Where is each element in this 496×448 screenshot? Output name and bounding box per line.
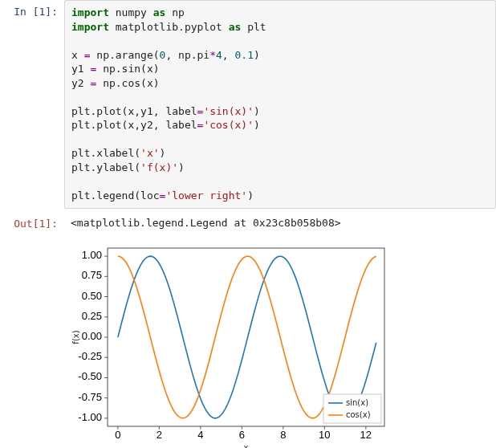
input-cell: In [1]: import numpy as np import matplo… bbox=[0, 0, 496, 209]
output-cell: Out[1]: <matplotlib.legend.Legend at 0x2… bbox=[0, 212, 496, 236]
legend-label: cos(x) bbox=[346, 410, 371, 419]
output-text: <matplotlib.legend.Legend at 0x23c8b058b… bbox=[64, 212, 496, 234]
y-tick-label: -1.00 bbox=[78, 411, 102, 423]
kw-import: import bbox=[71, 6, 109, 18]
x-tick-label: 12 bbox=[360, 429, 372, 441]
chart-wrap: 024681012-1.00-0.75-0.50-0.250.000.250.5… bbox=[64, 235, 496, 448]
x-tick-label: 2 bbox=[157, 429, 162, 441]
y-tick-label: 0.00 bbox=[82, 330, 102, 342]
out-prompt: Out[1]: bbox=[0, 212, 64, 236]
y-tick-label: 0.25 bbox=[82, 310, 102, 322]
x-tick-label: 8 bbox=[280, 429, 286, 441]
chart-figure: 024681012-1.00-0.75-0.50-0.250.000.250.5… bbox=[67, 240, 392, 448]
y-tick-label: 1.00 bbox=[82, 249, 102, 261]
x-tick-label: 0 bbox=[115, 429, 120, 441]
y-tick-label: 0.50 bbox=[82, 290, 102, 302]
in-prompt: In [1]: bbox=[0, 0, 64, 24]
y-tick-label: -0.25 bbox=[78, 350, 102, 362]
output-chart-cell: 024681012-1.00-0.75-0.50-0.250.000.250.5… bbox=[0, 235, 496, 448]
y-tick-label: 0.75 bbox=[82, 270, 102, 282]
y-tick-label: -0.75 bbox=[78, 391, 102, 403]
y-axis-label: f(x) bbox=[71, 330, 80, 344]
code-input[interactable]: import numpy as np import matplotlib.pyp… bbox=[64, 0, 496, 209]
y-tick-label: -0.50 bbox=[78, 371, 102, 383]
x-tick-label: 10 bbox=[319, 429, 330, 441]
x-tick-label: 6 bbox=[239, 429, 245, 441]
x-axis-label: x bbox=[244, 443, 249, 448]
empty-prompt bbox=[0, 235, 64, 245]
x-tick-label: 4 bbox=[197, 429, 203, 441]
legend-label: sin(x) bbox=[346, 398, 368, 407]
